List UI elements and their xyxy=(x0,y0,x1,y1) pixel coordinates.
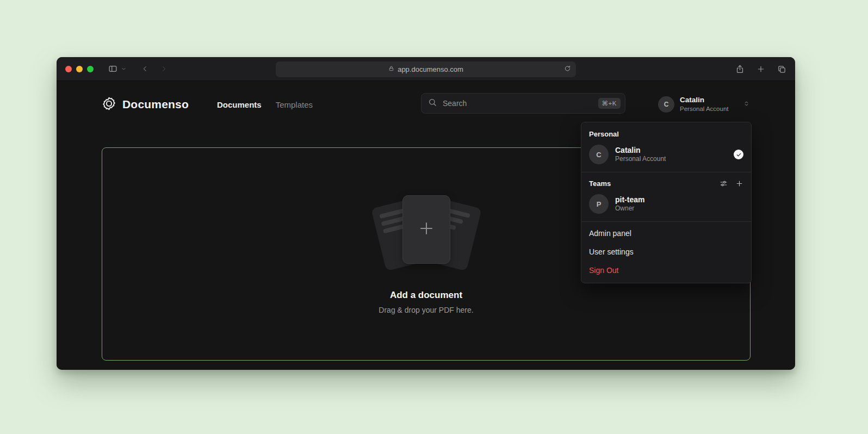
browser-toolbar: app.documenso.com xyxy=(57,57,795,81)
selected-check-icon xyxy=(734,150,743,159)
brand-name: Documenso xyxy=(122,98,189,111)
add-team-icon[interactable] xyxy=(735,179,743,188)
traffic-lights xyxy=(65,66,94,72)
documenso-logo-icon xyxy=(102,96,116,113)
personal-section-heading: Personal xyxy=(581,125,751,141)
account-type: Personal Account xyxy=(615,155,666,164)
dropzone-title: Add a document xyxy=(390,290,462,301)
menu-item-user-settings[interactable]: User settings xyxy=(581,243,751,261)
minimize-window-button[interactable] xyxy=(76,66,83,72)
back-button[interactable] xyxy=(141,65,148,73)
share-icon[interactable] xyxy=(735,64,745,74)
search-icon xyxy=(428,98,437,109)
team-row[interactable]: P pit-team Owner xyxy=(581,191,751,219)
chevron-down-icon[interactable] xyxy=(121,66,126,71)
avatar: P xyxy=(589,194,609,214)
refresh-icon[interactable] xyxy=(564,65,571,74)
manage-teams-icon[interactable] xyxy=(720,179,728,188)
chevron-up-down-icon xyxy=(743,100,750,110)
search-box[interactable]: ⌘+K xyxy=(421,93,625,114)
avatar: C xyxy=(589,145,609,164)
dropzone-subtitle: Drag & drop your PDF here. xyxy=(379,306,473,314)
team-role: Owner xyxy=(615,204,644,213)
plus-icon xyxy=(418,220,435,239)
nav-templates[interactable]: Templates xyxy=(276,100,313,109)
documenso-app: Documenso Documents Templates ⌘+K C Cata… xyxy=(57,81,795,370)
close-window-button[interactable] xyxy=(65,66,72,72)
menu-item-sign-out[interactable]: Sign Out xyxy=(581,261,751,280)
address-bar[interactable]: app.documenso.com xyxy=(276,61,576,77)
lock-icon xyxy=(388,65,394,73)
teams-heading: Teams xyxy=(589,179,712,188)
documents-stack-illustration xyxy=(370,194,482,275)
search-shortcut-badge: ⌘+K xyxy=(598,98,621,109)
tab-overview-icon[interactable] xyxy=(777,65,786,74)
divider xyxy=(581,172,751,172)
account-dropdown-menu: Personal C Catalin Personal Account Team… xyxy=(581,122,752,283)
menu-item-admin-panel[interactable]: Admin panel xyxy=(581,224,751,243)
account-name: Catalin xyxy=(680,96,729,105)
toolbar-right-actions xyxy=(735,57,786,81)
main-nav: Documents Templates xyxy=(217,94,313,115)
sidebar-toggle-icon[interactable] xyxy=(108,64,118,73)
account-type: Personal Account xyxy=(680,105,729,113)
personal-account-row[interactable]: C Catalin Personal Account xyxy=(581,141,751,170)
account-menu-trigger[interactable]: C Catalin Personal Account xyxy=(658,94,750,115)
account-name: Catalin xyxy=(615,145,666,155)
avatar: C xyxy=(658,96,674,113)
divider xyxy=(581,221,751,222)
teams-section-header: Teams xyxy=(581,175,751,191)
browser-window: app.documenso.com xyxy=(57,57,795,370)
search-input[interactable] xyxy=(442,98,593,108)
url-text: app.documenso.com xyxy=(398,65,463,73)
team-name: pit-team xyxy=(615,195,644,204)
brand-logo-group[interactable]: Documenso xyxy=(102,94,189,115)
zoom-window-button[interactable] xyxy=(87,66,94,72)
new-tab-icon[interactable] xyxy=(757,65,765,73)
forward-button[interactable] xyxy=(160,65,168,73)
nav-documents[interactable]: Documents xyxy=(217,100,262,109)
document-card-front xyxy=(402,195,450,264)
